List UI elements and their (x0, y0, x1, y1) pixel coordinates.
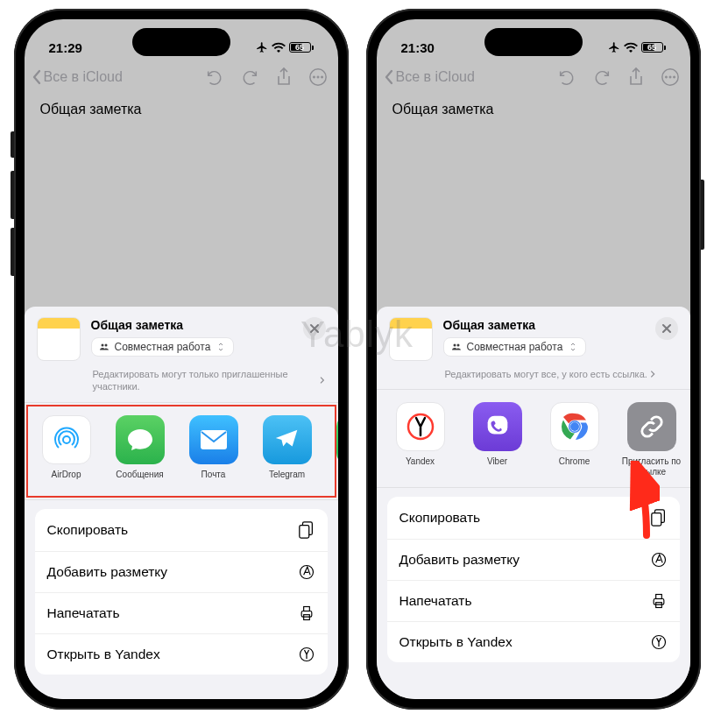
airdrop-icon (49, 422, 84, 457)
note-title[interactable]: Общая заметка (377, 93, 690, 126)
telegram-icon (272, 425, 302, 455)
app-yandex[interactable]: Yandex (385, 402, 456, 477)
share-sheet: Общая заметка Совместная работа Редактир… (377, 307, 690, 699)
share-sheet: Общая заметка Совместная работа Редактир… (25, 307, 338, 699)
copy-icon (298, 520, 315, 540)
action-copy[interactable]: Скопировать (35, 509, 328, 552)
sheet-title: Общая заметка (91, 318, 326, 332)
sheet-title: Общая заметка (443, 318, 678, 332)
svg-point-16 (673, 76, 675, 78)
action-copy[interactable]: Скопировать (387, 497, 680, 540)
svg-point-14 (665, 76, 667, 78)
note-title[interactable]: Общая заметка (25, 93, 338, 126)
print-icon (650, 592, 668, 610)
app-chrome[interactable]: Chrome (540, 402, 610, 477)
airplane-icon (608, 41, 620, 53)
share-apps-row: AirDrop Сообщения Почта Telegram WhatsAp… (25, 403, 338, 499)
status-time: 21:30 (401, 40, 435, 55)
copy-icon (650, 508, 668, 527)
svg-rect-24 (651, 513, 661, 527)
undo-icon[interactable] (205, 67, 224, 87)
svg-rect-5 (201, 430, 227, 449)
app-mail[interactable]: Почта (180, 415, 247, 489)
more-icon[interactable] (308, 67, 328, 87)
svg-rect-9 (301, 611, 312, 617)
close-button[interactable] (655, 317, 678, 340)
svg-point-2 (316, 76, 318, 78)
actions-list: Скопировать Добавить разметку Напечатать… (387, 497, 680, 662)
chrome-icon (557, 409, 592, 444)
app-viber[interactable]: Viber (463, 402, 533, 477)
share-apps-row: Yandex Viber Chrome Пригласить по ссылке (377, 390, 690, 487)
people-icon (451, 342, 462, 352)
svg-point-3 (321, 76, 322, 78)
permission-summary[interactable]: Редактировать могут только приглашенные … (25, 368, 338, 402)
viber-icon (483, 412, 513, 442)
close-icon (661, 323, 672, 334)
phone-left: 21:29 65 Все в iCloud Общая (14, 9, 349, 710)
svg-rect-10 (303, 606, 309, 611)
collab-label: Совместная работа (467, 341, 563, 353)
back-label: Все в iCloud (396, 69, 475, 85)
svg-point-22 (570, 422, 579, 431)
app-airdrop[interactable]: AirDrop (33, 415, 100, 489)
yandex-icon (650, 633, 668, 651)
markup-icon (298, 563, 315, 581)
markup-icon (650, 551, 668, 569)
back-button[interactable]: Все в iCloud (384, 69, 475, 85)
svg-point-4 (63, 436, 70, 443)
undo-icon[interactable] (557, 67, 576, 87)
svg-rect-27 (655, 595, 661, 599)
svg-point-15 (668, 76, 670, 78)
chevron-updown-icon (568, 342, 578, 352)
note-thumbnail (37, 317, 81, 361)
action-open-yandex[interactable]: Открыть в Yandex (387, 622, 680, 662)
close-icon (309, 323, 320, 334)
action-print[interactable]: Напечатать (387, 581, 680, 622)
battery-indicator: 65 (289, 42, 314, 53)
app-whatsapp[interactable]: WhatsApp (328, 415, 338, 489)
collaboration-selector[interactable]: Совместная работа (443, 337, 587, 357)
print-icon (298, 604, 315, 622)
messages-icon (124, 424, 156, 456)
dynamic-island (132, 28, 230, 56)
battery-indicator: 65 (641, 42, 666, 53)
wifi-icon (272, 42, 286, 53)
wifi-icon (624, 42, 638, 53)
note-thumbnail (389, 317, 433, 361)
back-label: Все в iCloud (44, 69, 123, 85)
action-print[interactable]: Напечатать (35, 593, 328, 634)
yandex-icon (298, 646, 315, 663)
app-invite-link[interactable]: Пригласить по ссылке (617, 402, 687, 477)
people-icon (99, 342, 110, 352)
back-button[interactable]: Все в iCloud (32, 69, 123, 85)
redo-icon[interactable] (240, 67, 259, 87)
svg-point-1 (313, 76, 315, 78)
airplane-icon (256, 41, 268, 53)
collaboration-selector[interactable]: Совместная работа (91, 337, 235, 357)
chevron-updown-icon (216, 342, 226, 352)
mail-icon (197, 427, 230, 453)
redo-icon[interactable] (592, 67, 611, 87)
chevron-right-icon (319, 376, 325, 385)
svg-rect-7 (299, 525, 308, 538)
link-icon (637, 412, 667, 442)
more-icon[interactable] (661, 67, 680, 87)
action-open-yandex[interactable]: Открыть в Yandex (35, 634, 328, 675)
app-messages[interactable]: Сообщения (107, 415, 173, 489)
action-markup[interactable]: Добавить разметку (35, 552, 328, 593)
share-icon[interactable] (627, 67, 645, 88)
actions-list: Скопировать Добавить разметку Напечатать… (35, 509, 328, 675)
dynamic-island (484, 28, 583, 56)
phone-right: 21:30 65 Все в iCloud Общая (366, 9, 701, 710)
status-time: 21:29 (49, 40, 82, 55)
svg-rect-26 (654, 599, 664, 605)
collab-label: Совместная работа (115, 341, 211, 353)
action-markup[interactable]: Добавить разметку (387, 540, 680, 581)
app-telegram[interactable]: Telegram (254, 415, 321, 489)
yandex-app-icon (403, 409, 438, 444)
permission-summary[interactable]: Редактировать могут все, у кого есть ссы… (377, 368, 690, 389)
share-icon[interactable] (275, 67, 293, 88)
close-button[interactable] (303, 317, 326, 340)
chevron-right-icon (649, 370, 656, 378)
